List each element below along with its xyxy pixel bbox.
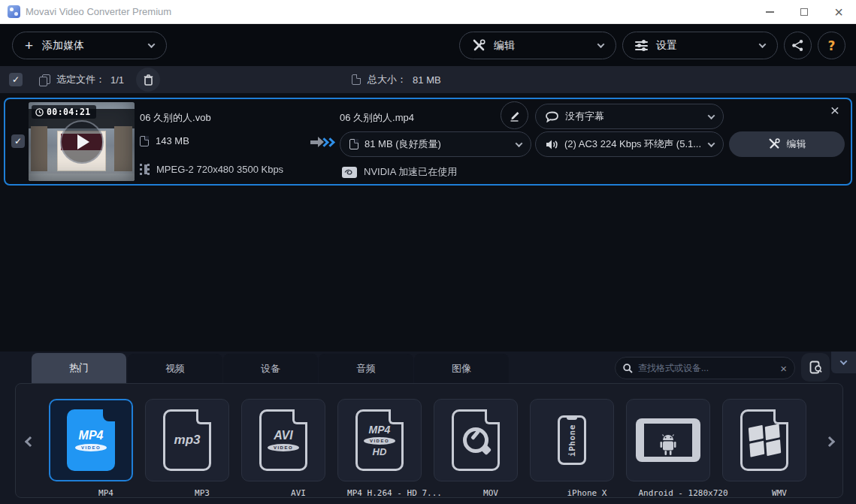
format-tile-avi[interactable]: AVI VIDEO <box>241 399 325 481</box>
source-size: 143 MB <box>156 135 189 146</box>
duration-badge: 00:04:21 <box>32 105 96 119</box>
tools-icon <box>472 39 485 53</box>
tab-video[interactable]: 视频 <box>128 354 222 383</box>
format-tile-mp3[interactable]: mp3 <box>145 399 229 481</box>
tools-icon <box>768 138 780 150</box>
tab-devices[interactable]: 设备 <box>223 354 318 383</box>
total-size-label: 总大小： <box>368 73 407 86</box>
windows-flag-icon <box>749 425 781 456</box>
mp3-file-icon: mp3 <box>163 409 211 471</box>
row-edit-label: 编辑 <box>787 137 806 151</box>
titlebar: Movavi Video Converter Premium <box>0 0 856 24</box>
subtitles-value: 没有字幕 <box>565 110 703 123</box>
chevron-down-icon <box>708 112 715 119</box>
format-tile-android[interactable] <box>626 399 710 481</box>
icon-subtext: VIDEO <box>364 437 395 445</box>
tab-label: 热门 <box>69 361 89 375</box>
quicktime-q-icon <box>463 427 488 453</box>
conversion-arrow-icon <box>310 137 334 147</box>
icon-subtext2: HD <box>373 446 387 457</box>
selected-files-label: 选定文件： <box>56 73 105 86</box>
video-thumbnail[interactable]: 00:04:21 <box>29 102 135 181</box>
chevron-down-icon <box>840 358 848 365</box>
main-toolbar: + 添加媒体 编辑 设置 ? <box>0 24 856 66</box>
play-icon <box>77 134 89 149</box>
acceleration-text: NVIDIA 加速已在使用 <box>364 165 457 179</box>
trash-icon <box>144 74 153 86</box>
select-all-checkbox[interactable] <box>9 73 23 86</box>
detect-device-button[interactable] <box>801 353 830 382</box>
help-icon: ? <box>828 38 836 53</box>
remove-file-button[interactable] <box>827 102 842 117</box>
scroll-left-button[interactable] <box>22 433 38 450</box>
icon-subtext: VIDEO <box>268 444 299 451</box>
subtitles-select[interactable]: 没有字幕 <box>535 104 724 129</box>
format-tile-mp4[interactable]: MP4 VIDEO <box>49 399 133 481</box>
close-button[interactable] <box>821 0 856 24</box>
settings-dropdown-label: 设置 <box>656 39 760 53</box>
tab-popular[interactable]: 热门 <box>32 353 126 383</box>
wmv-file-icon <box>740 409 788 471</box>
filmstrip-icon <box>140 164 150 175</box>
nvidia-icon <box>342 167 357 178</box>
tab-images[interactable]: 图像 <box>414 354 509 383</box>
speaker-icon <box>545 139 558 150</box>
share-icon <box>791 39 804 52</box>
format-tile-mov[interactable] <box>434 399 518 481</box>
format-tile-wmv[interactable] <box>722 399 806 481</box>
file-icon <box>140 136 149 146</box>
add-media-button[interactable]: + 添加媒体 <box>12 32 167 59</box>
output-filename: 06 久别的人.mp4 <box>340 111 414 125</box>
audio-track-select[interactable]: (2) AC3 224 Kbps 环绕声 (5.1... <box>535 131 724 157</box>
row-edit-button[interactable]: 编辑 <box>729 131 845 157</box>
duration-text: 00:04:21 <box>47 107 91 117</box>
play-button[interactable] <box>60 120 104 164</box>
avi-file-icon: AVI VIDEO <box>259 409 307 471</box>
format-tile-mp4-hd[interactable]: MP4 VIDEO HD <box>337 399 422 481</box>
device-search-icon <box>809 361 822 374</box>
mp4-file-icon: MP4 VIDEO <box>67 409 115 471</box>
chevron-down-icon <box>708 140 715 147</box>
tab-label: 音频 <box>356 362 376 376</box>
icon-subtext: VIDEO <box>75 444 107 451</box>
edit-dropdown-button[interactable]: 编辑 <box>459 32 616 59</box>
icon-text: mp3 <box>174 433 201 448</box>
output-quality-select[interactable]: 81 MB (良好质量) <box>340 131 531 157</box>
share-button[interactable] <box>784 32 812 59</box>
pencil-icon <box>508 109 521 122</box>
window-controls <box>752 0 856 24</box>
chevron-left-icon <box>25 436 35 447</box>
delete-button[interactable] <box>136 68 160 92</box>
clear-search-icon[interactable] <box>780 362 787 375</box>
selected-files-icon <box>39 74 50 86</box>
icon-text: AVI <box>274 429 292 442</box>
source-size-row: 143 MB <box>140 135 189 146</box>
tab-audio[interactable]: 音频 <box>319 354 413 383</box>
rename-button[interactable] <box>501 101 528 129</box>
audio-track-value: (2) AC3 224 Kbps 环绕声 (5.1... <box>564 137 703 151</box>
icon-text: MP4 <box>369 424 391 436</box>
maximize-button[interactable] <box>787 0 821 24</box>
search-input[interactable] <box>638 363 775 373</box>
help-button[interactable]: ? <box>818 32 845 59</box>
icon-text: iPhone <box>567 424 577 457</box>
search-icon <box>623 364 633 373</box>
acceleration-status: NVIDIA 加速已在使用 <box>342 165 457 179</box>
add-media-label: 添加媒体 <box>42 39 149 53</box>
close-icon <box>834 5 843 20</box>
source-filename: 06 久别的人.vob <box>140 111 211 125</box>
file-checkbox[interactable] <box>11 134 25 148</box>
format-tile-iphone-x[interactable]: iPhone <box>530 399 614 481</box>
tab-label: 图像 <box>452 362 471 376</box>
scroll-right-button[interactable] <box>821 433 838 450</box>
total-size-icon <box>352 74 361 85</box>
settings-dropdown-button[interactable]: 设置 <box>622 32 778 59</box>
format-search <box>615 357 795 379</box>
chevron-right-icon <box>824 436 835 447</box>
collapse-panel-button[interactable] <box>831 352 856 373</box>
total-size-value: 81 MB <box>413 74 441 86</box>
app-logo-icon <box>8 5 20 18</box>
minimize-button[interactable] <box>752 0 787 24</box>
file-row[interactable]: 00:04:21 06 久别的人.vob 143 MB MPEG-2 720x4… <box>4 98 852 186</box>
chevron-down-icon <box>148 41 156 48</box>
